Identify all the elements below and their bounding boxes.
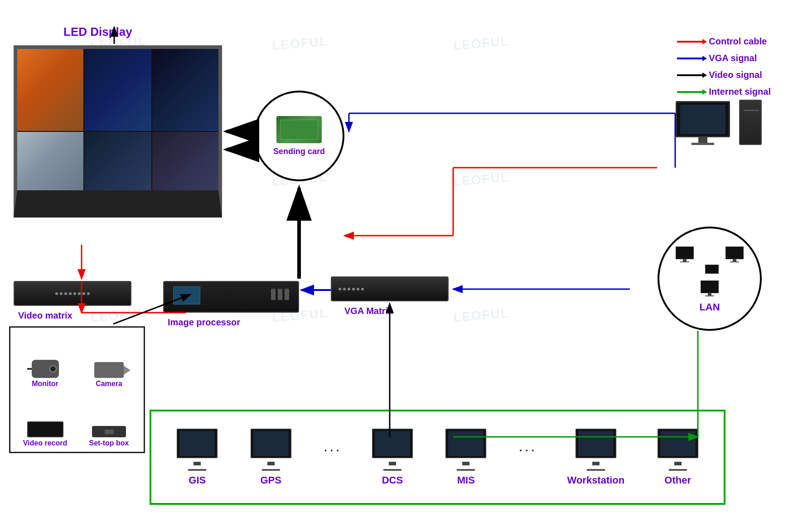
legend-line-green bbox=[677, 91, 704, 93]
monitor-camera-item: Monitor bbox=[15, 332, 75, 388]
rack-dot bbox=[60, 292, 63, 295]
dots-1: · · · bbox=[324, 444, 339, 470]
legend-label-video: Video signal bbox=[709, 70, 762, 80]
other-label: Other bbox=[664, 474, 691, 486]
dcs-monitor bbox=[372, 429, 413, 458]
video-matrix-box bbox=[14, 281, 131, 306]
legend-line-blue bbox=[677, 58, 704, 59]
watermark: LEOFUL bbox=[453, 306, 510, 325]
dcs-foot bbox=[383, 469, 401, 471]
sending-card-chip bbox=[276, 116, 322, 143]
ip-buttons bbox=[271, 289, 289, 300]
rack-dots bbox=[55, 292, 90, 295]
monitor-stand bbox=[698, 137, 707, 143]
watermark: LEOFUL bbox=[453, 34, 510, 53]
video-camera-icon bbox=[94, 362, 124, 378]
watermark: LEOFUL bbox=[90, 306, 147, 325]
gps-foot bbox=[262, 469, 280, 471]
vga-rack-dots bbox=[339, 288, 364, 290]
source-other: Other bbox=[658, 429, 698, 486]
workstation-monitor bbox=[676, 101, 730, 137]
source-workstation: Workstation bbox=[567, 429, 625, 486]
lan-network-diagram bbox=[673, 244, 746, 299]
source-dcs: DCS bbox=[372, 429, 413, 486]
mis-foot bbox=[457, 469, 475, 471]
sources-box: GIS GPS · · · DCS MIS bbox=[150, 410, 725, 505]
led-cell-2 bbox=[84, 48, 151, 131]
rack-dot bbox=[78, 292, 81, 295]
gps-screen bbox=[253, 431, 289, 456]
legend-item-internet: Internet signal bbox=[677, 87, 771, 97]
set-top-box-label: Set-top box bbox=[89, 439, 129, 447]
watermark: LEOFUL bbox=[271, 34, 329, 53]
mis-stand bbox=[462, 462, 469, 465]
vga-rack-dot bbox=[352, 288, 355, 290]
stb-icon bbox=[92, 426, 126, 437]
legend-item-control: Control cable bbox=[677, 36, 771, 47]
lan-label: LAN bbox=[699, 301, 720, 313]
gps-stand bbox=[267, 462, 275, 465]
vga-rack-dot bbox=[339, 288, 341, 290]
lan-computer-3 bbox=[701, 281, 719, 296]
rack-dot bbox=[69, 292, 72, 295]
rack-dot bbox=[73, 292, 76, 295]
monitor-camera-icon bbox=[32, 360, 59, 378]
monitor-base bbox=[692, 143, 714, 145]
gps-monitor bbox=[251, 429, 291, 458]
source-gis: GIS bbox=[177, 429, 218, 486]
lan-circle: LAN bbox=[658, 227, 762, 331]
video-matrix-label: Video matrix bbox=[18, 310, 73, 321]
legend-label-internet: Internet signal bbox=[709, 87, 771, 97]
source-mis: MIS bbox=[445, 429, 486, 486]
workstation-screen bbox=[680, 105, 725, 134]
ws-stand bbox=[592, 462, 600, 465]
other-stand bbox=[674, 462, 682, 465]
image-processor-label: Image processor bbox=[168, 317, 240, 328]
dcs-stand bbox=[389, 462, 396, 465]
rack-dot bbox=[64, 292, 67, 295]
workstation-components bbox=[676, 100, 762, 145]
stb-item: Set-top box bbox=[79, 392, 139, 447]
gis-stand bbox=[193, 462, 201, 465]
other-screen bbox=[660, 431, 696, 456]
led-display bbox=[14, 45, 222, 218]
diagram-container: LEOFUL LEOFUL LEOFUL LEOFUL LEOFUL LEOFU… bbox=[0, 0, 798, 532]
ws-screen bbox=[578, 431, 614, 456]
legend-line-black bbox=[677, 74, 704, 76]
led-display-title: LED Display bbox=[63, 25, 132, 39]
dvr-item: Video record bbox=[15, 392, 75, 447]
gis-screen bbox=[179, 431, 215, 456]
vga-rack-dot bbox=[357, 288, 359, 290]
image-processor-box bbox=[163, 281, 299, 313]
legend-label-vga: VGA signal bbox=[709, 53, 757, 63]
dots-2: · · · bbox=[519, 444, 534, 470]
gps-label: GPS bbox=[260, 474, 281, 486]
lan-computer-2 bbox=[725, 247, 744, 262]
sending-card-label: Sending card bbox=[273, 147, 325, 156]
legend-item-video: Video signal bbox=[677, 70, 771, 80]
other-foot bbox=[669, 469, 687, 471]
legend-label-control: Control cable bbox=[709, 36, 767, 47]
gis-label: GIS bbox=[189, 474, 206, 486]
video-record-label: Video record bbox=[23, 439, 68, 447]
source-gps: GPS bbox=[251, 429, 291, 486]
video-camera-item: Camera bbox=[79, 332, 139, 388]
ws-monitor bbox=[576, 429, 616, 458]
led-cell-6 bbox=[152, 132, 219, 214]
workstation-src-label: Workstation bbox=[567, 474, 625, 486]
legend-item-vga: VGA signal bbox=[677, 53, 771, 63]
workstation-box bbox=[676, 100, 762, 145]
gis-foot bbox=[188, 469, 206, 471]
mis-label: MIS bbox=[457, 474, 475, 486]
ip-screen bbox=[173, 286, 200, 305]
led-cell-1 bbox=[17, 48, 83, 131]
dvr-icon bbox=[27, 421, 63, 437]
mis-screen bbox=[448, 431, 484, 456]
legend: Control cable VGA signal Video signal In… bbox=[677, 36, 771, 97]
dcs-label: DCS bbox=[382, 474, 403, 486]
mis-monitor bbox=[445, 429, 486, 458]
workstation-monitor-group bbox=[676, 101, 730, 145]
monitor-label: Monitor bbox=[32, 380, 58, 388]
other-monitor bbox=[658, 429, 698, 458]
lan-center-device bbox=[705, 265, 719, 274]
